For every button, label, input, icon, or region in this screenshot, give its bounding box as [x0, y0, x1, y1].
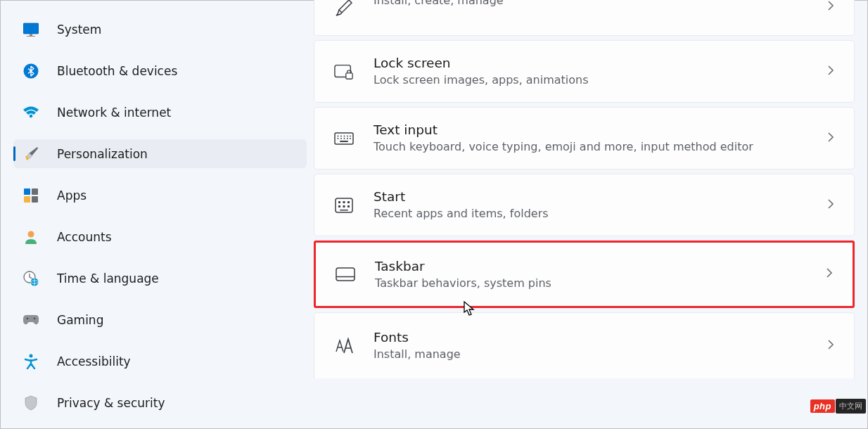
svg-point-22 [344, 135, 345, 136]
watermark-cn: 中文网 [836, 399, 866, 414]
sidebar-item-label: Apps [57, 188, 87, 203]
card-title: Fonts [374, 329, 827, 347]
svg-point-16 [30, 354, 33, 357]
sidebar-item-label: Network & internet [57, 105, 171, 120]
svg-rect-33 [343, 201, 345, 203]
svg-rect-2 [27, 36, 35, 37]
svg-rect-39 [336, 268, 355, 281]
sidebar-item-accessibility[interactable]: Accessibility [13, 347, 307, 376]
card-lockscreen[interactable]: Lock screen Lock screen images, apps, an… [314, 40, 855, 103]
card-text: Text input Touch keyboard, voice typing,… [374, 122, 827, 155]
card-text: Fonts Install, manage [374, 329, 827, 362]
svg-rect-38 [340, 210, 348, 211]
watermark-php: php [810, 399, 835, 413]
lockscreen-icon [334, 62, 354, 82]
card-taskbar[interactable]: Taskbar Taskbar behaviors, system pins [314, 241, 855, 308]
svg-rect-6 [24, 188, 30, 195]
content-area: Install, create, manage Lock screen Lock… [314, 1, 867, 428]
sidebar: System Bluetooth & devices Network & int… [1, 1, 314, 428]
card-title: Lock screen [374, 55, 827, 72]
sidebar-item-bluetooth[interactable]: Bluetooth & devices [13, 56, 307, 85]
svg-rect-36 [343, 205, 345, 207]
person-icon [23, 229, 39, 245]
svg-rect-30 [340, 141, 348, 142]
svg-point-29 [350, 138, 351, 139]
accessibility-icon [23, 353, 39, 370]
wifi-icon [23, 104, 39, 121]
sidebar-item-apps[interactable]: Apps [13, 181, 307, 210]
gamepad-icon [23, 312, 39, 328]
svg-point-26 [340, 138, 342, 139]
svg-rect-1 [30, 34, 32, 36]
sidebar-item-time-language[interactable]: Time & language [13, 264, 307, 293]
svg-rect-35 [338, 205, 340, 207]
card-subtitle: Install, manage [374, 347, 827, 362]
chevron-right-icon [827, 0, 834, 14]
start-menu-icon [334, 196, 354, 215]
svg-point-10 [28, 231, 34, 237]
chevron-right-icon [826, 267, 833, 281]
shield-icon [23, 395, 39, 411]
card-fonts[interactable]: Fonts Install, manage [314, 312, 855, 378]
settings-window: System Bluetooth & devices Network & int… [0, 0, 868, 429]
card-text: Install, create, manage [374, 0, 827, 8]
svg-point-28 [347, 138, 348, 139]
card-text: Lock screen Lock screen images, apps, an… [374, 55, 827, 88]
keyboard-icon [334, 129, 354, 148]
svg-point-4 [30, 114, 33, 117]
svg-rect-37 [347, 205, 350, 207]
svg-rect-9 [32, 196, 38, 203]
paintbrush-icon [23, 146, 39, 162]
sidebar-item-label: Time & language [57, 271, 159, 286]
sidebar-item-label: Accessibility [57, 354, 131, 369]
card-text: Start Recent apps and items, folders [374, 188, 827, 222]
system-icon [23, 21, 39, 38]
card-subtitle: Taskbar behaviors, system pins [375, 276, 826, 291]
card-title: Start [374, 188, 827, 206]
card-title: Taskbar [375, 258, 826, 276]
sidebar-item-gaming[interactable]: Gaming [13, 305, 307, 334]
svg-rect-32 [338, 201, 340, 203]
svg-rect-0 [23, 23, 39, 34]
sidebar-item-network[interactable]: Network & internet [13, 98, 307, 127]
card-subtitle: Touch keyboard, voice typing, emoji and … [374, 139, 827, 155]
svg-point-25 [338, 138, 339, 139]
card-title: Text input [374, 122, 827, 139]
watermark-badge: php 中文网 [810, 399, 866, 414]
fonts-icon [334, 336, 354, 356]
sidebar-item-label: System [57, 23, 101, 37]
svg-rect-7 [32, 188, 38, 195]
sidebar-item-label: Privacy & security [57, 396, 165, 410]
sidebar-item-label: Accounts [57, 230, 112, 244]
card-subtitle: Recent apps and items, folders [374, 206, 827, 222]
svg-point-24 [350, 135, 351, 136]
chevron-right-icon [827, 132, 834, 146]
sidebar-item-label: Bluetooth & devices [57, 64, 177, 78]
bluetooth-icon [23, 63, 39, 79]
svg-point-20 [338, 135, 339, 136]
svg-point-14 [27, 317, 29, 319]
sidebar-item-personalization[interactable]: Personalization [13, 139, 307, 168]
chevron-right-icon [827, 65, 834, 79]
taskbar-icon [336, 264, 355, 284]
card-start[interactable]: Start Recent apps and items, folders [314, 174, 855, 236]
card-textinput[interactable]: Text input Touch keyboard, voice typing,… [314, 107, 855, 169]
svg-point-15 [34, 317, 36, 319]
sidebar-item-label: Personalization [57, 147, 148, 161]
card-subtitle: Install, create, manage [374, 0, 827, 8]
svg-rect-8 [24, 196, 30, 203]
svg-point-23 [347, 135, 348, 136]
sidebar-item-label: Gaming [57, 313, 103, 327]
sidebar-item-privacy[interactable]: Privacy & security [13, 388, 307, 417]
sidebar-item-system[interactable]: System [13, 15, 307, 44]
svg-rect-34 [347, 201, 350, 203]
svg-point-21 [340, 135, 342, 136]
svg-point-27 [344, 138, 345, 139]
card-text: Taskbar Taskbar behaviors, system pins [375, 258, 826, 291]
sidebar-item-accounts[interactable]: Accounts [13, 222, 307, 251]
card-themes[interactable]: Install, create, manage [314, 0, 855, 36]
apps-icon [23, 187, 39, 204]
card-subtitle: Lock screen images, apps, animations [374, 72, 827, 88]
svg-rect-18 [346, 72, 352, 78]
paintbrush-icon [334, 0, 354, 18]
